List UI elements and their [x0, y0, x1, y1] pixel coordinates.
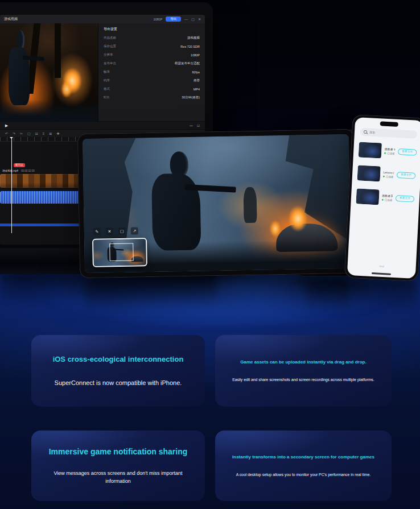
setting-value[interactable]: 根据发布平台适配	[175, 61, 200, 65]
device-name: 拯救者手机	[382, 193, 393, 197]
feature-title: iOS cross-ecological interconnection	[53, 354, 184, 365]
search-input[interactable]	[369, 130, 414, 136]
undo-icon[interactable]: ↶	[5, 132, 8, 135]
device-thumbnail	[359, 142, 382, 158]
export-settings-panel: 导出设置 作品名称 游戏视频 保存位置 Res 720 SDR 分辨率 1080…	[98, 23, 205, 121]
delete-icon[interactable]: ✕	[106, 227, 113, 235]
video-preview	[0, 23, 98, 121]
feature-subtitle: Easily edit and share screenshots and sc…	[232, 377, 374, 383]
feature-title: Game assets can be uploaded instantly vi…	[240, 359, 366, 365]
clip-duration: 00:00:32:00	[21, 169, 35, 172]
setting-row: 码率 推荐	[104, 78, 200, 82]
cut-icon[interactable]: ✂	[20, 132, 23, 135]
setting-value[interactable]: 1080P	[191, 53, 200, 57]
setting-row: 作品名称 游戏视频	[104, 36, 200, 40]
phone-screen: 拯救者 Y700 已连接 查看文件 Lenovo Legion Y700	[347, 117, 420, 279]
setting-value[interactable]: 游戏视频	[187, 36, 200, 40]
setting-label: 发布平台	[104, 61, 116, 65]
scene-ground	[0, 100, 98, 121]
setting-row: 发布平台 根据发布平台适配	[104, 61, 200, 65]
crop-icon[interactable]: ▢	[118, 227, 126, 235]
fit-view-icon[interactable]: ▭	[190, 124, 193, 127]
feature-title: Instantly transforms into a secondary sc…	[232, 454, 374, 460]
search-icon	[364, 130, 367, 134]
clip-name: 游戏视频.mp4	[2, 169, 18, 172]
setting-value[interactable]: 60fps	[192, 71, 200, 74]
device-texts: Lenovo Legion Y700 已连接	[383, 171, 394, 179]
dynamic-island	[380, 121, 398, 127]
device-name: 拯救者 Y700	[384, 147, 395, 151]
setting-label: 分辨率	[104, 53, 113, 57]
grid-icon[interactable]: ⊞	[49, 132, 52, 135]
clip-label: 游戏视频.mp4 00:00:32:00	[2, 169, 35, 172]
feature-card-notifications: Immersive game notification sharing View…	[31, 431, 205, 501]
view-file-button[interactable]: 查看文件	[398, 148, 417, 156]
tablet-screen: ✎ ✕ ▢ ↗	[83, 134, 351, 273]
setting-label: 格式	[104, 87, 110, 91]
setting-value[interactable]: MP4	[193, 88, 200, 91]
setting-value[interactable]: 推荐	[193, 78, 200, 82]
feature-card-second-screen: Instantly transforms into a secondary sc…	[215, 431, 392, 501]
maximize-icon[interactable]: ▢	[191, 17, 195, 21]
play-button[interactable]: ▶	[5, 123, 8, 128]
device-status: 已连接	[383, 175, 394, 179]
add-icon[interactable]: ✚	[56, 132, 59, 135]
status-text: 已连接	[386, 175, 394, 179]
status-text: 已连接	[385, 198, 393, 202]
setting-label: 保存位置	[104, 44, 116, 48]
device-row[interactable]: 拯救者手机 已连接 查看文件	[356, 188, 414, 206]
view-file-button[interactable]: 查看文件	[396, 195, 415, 203]
editor-main: 导出设置 作品名称 游戏视频 保存位置 Res 720 SDR 分辨率 1080…	[0, 23, 205, 121]
flame	[61, 81, 72, 98]
setting-row: 时长 30分钟(推荐)	[104, 96, 200, 100]
setting-value[interactable]: Res 720 SDR	[180, 45, 200, 48]
feature-card-drag-drop: Game assets can be uploaded instantly vi…	[215, 335, 392, 407]
setting-value[interactable]: 30分钟(推荐)	[182, 96, 200, 100]
setting-label: 码率	[104, 78, 110, 82]
game-scene-preview	[0, 23, 98, 121]
online-dot-icon	[382, 199, 384, 201]
minimize-icon[interactable]: —	[184, 18, 188, 21]
playhead[interactable]	[11, 137, 12, 233]
crop-frame[interactable]	[109, 243, 134, 261]
share-icon[interactable]: ↗	[131, 227, 138, 234]
screenshot-preview-pip[interactable]	[92, 238, 147, 267]
phones-reflection	[307, 281, 417, 322]
tracks-icon[interactable]: ≡	[43, 132, 45, 135]
edit-icon[interactable]: ✎	[93, 228, 101, 235]
setting-row: 分辨率 1080P	[104, 53, 200, 57]
delete-icon[interactable]: ⊟	[35, 132, 38, 135]
redo-icon[interactable]: ↷	[13, 132, 15, 135]
device-row[interactable]: Lenovo Legion Y700 已连接 查看文件	[357, 165, 416, 183]
device-status: 已连接	[382, 198, 393, 202]
feature-subtitle: A cool desktop setup allows you to monit…	[236, 472, 371, 478]
frame-icon[interactable]: ▢	[27, 132, 31, 135]
legion-phone: 拯救者 Y700 已连接 查看文件 Lenovo Legion Y700	[344, 114, 420, 282]
view-file-button[interactable]: 查看文件	[397, 172, 416, 180]
close-icon[interactable]: ✕	[198, 17, 201, 21]
setting-row: 格式 MP4	[104, 87, 200, 91]
list-end-label: end	[348, 263, 416, 270]
feature-subtitle: View messages across screens and don't m…	[43, 470, 193, 485]
setting-label: 帧率	[104, 70, 110, 74]
device-row[interactable]: 拯救者 Y700 已连接 查看文件	[359, 142, 417, 160]
editor-titlebar: 游戏视频 1080P 导出 — ▢ ✕	[0, 15, 205, 23]
fullscreen-icon[interactable]: ⊡	[197, 124, 200, 127]
project-title: 游戏视频	[4, 16, 18, 22]
search-bar[interactable]	[360, 128, 418, 139]
status-text: 已连接	[387, 152, 395, 155]
device-name: Lenovo Legion Y700	[383, 171, 394, 175]
setting-label: 时长	[104, 96, 110, 100]
quality-selector[interactable]: 1080P	[153, 18, 162, 21]
export-button[interactable]: 导出	[166, 16, 181, 22]
device-list-view: 拯救者 Y700 已连接 查看文件 Lenovo Legion Y700	[347, 117, 420, 279]
timeline-marker[interactable]: 标记点	[14, 163, 25, 167]
transport-bar: ▶ ▭ ⊡	[0, 121, 205, 129]
distant-soldier	[243, 187, 257, 223]
device-texts: 拯救者 Y700 已连接	[384, 147, 395, 155]
setting-row: 帧率 60fps	[104, 70, 200, 74]
panel-title: 导出设置	[104, 27, 200, 32]
online-dot-icon	[384, 152, 386, 154]
device-thumbnail	[356, 188, 379, 205]
feature-card-ios: iOS cross-ecological interconnection Sup…	[31, 335, 205, 407]
